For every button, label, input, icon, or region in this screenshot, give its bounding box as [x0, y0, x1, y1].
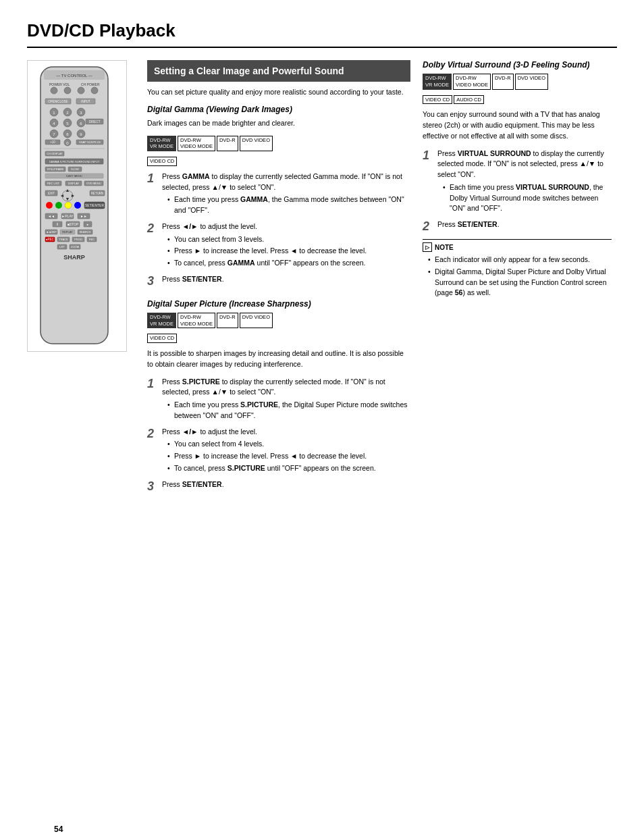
- note-icon: ▷: [423, 242, 432, 252]
- svg-point-5: [51, 87, 57, 94]
- digital-super-step3: 3 Press SET/ENTER.: [147, 479, 410, 492]
- dolby-intro: You can enjoy surround sound with a TV t…: [423, 109, 612, 141]
- compat-tag-dvdrw-vr3: DVD-RWVR MODE: [423, 74, 452, 90]
- digital-super-compat: DVD-RWVR MODE DVD-RWVIDEO MODE DVD-R DVD…: [147, 313, 410, 329]
- compat-tag-dvdr2: DVD-R: [217, 313, 238, 329]
- svg-text:►PLAY: ►PLAY: [61, 214, 74, 218]
- digital-super-step1: 1 Press S.PICTURE to display the current…: [147, 377, 410, 423]
- dolby-step2: 2 Press SET/ENTER.: [423, 219, 612, 232]
- remote-image-column: — TV CONTROL — POWER VOL CH POWER OPEN/C…: [27, 60, 135, 496]
- svg-text:SHARP: SHARP: [63, 254, 85, 261]
- bullet-item: You can select from 4 levels.: [167, 439, 410, 450]
- compat-tag-dvdvideo2: DVD VIDEO: [240, 313, 273, 329]
- svg-text:◄◄: ◄◄: [48, 214, 55, 218]
- svg-point-66: [46, 202, 53, 209]
- digital-gamma-intro: Dark images can be made brighter and cle…: [147, 118, 410, 129]
- bullet-item: Each time you press S.PICTURE, the Digit…: [167, 400, 410, 421]
- svg-text:OPEN/CLOSE: OPEN/CLOSE: [48, 100, 68, 103]
- note-bullet: Each indicator will only appear for a fe…: [428, 255, 612, 265]
- bullet-item: You can select from 3 levels.: [167, 234, 410, 245]
- compat-tag-dvdr: DVD-R: [217, 136, 238, 152]
- dolby-compat2: VIDEO CD AUDIO CD: [423, 95, 612, 105]
- compat-tag-videocd2: VIDEO CD: [147, 334, 177, 343]
- bullet-item: To cancel, press GAMMA until "OFF" appea…: [167, 258, 410, 269]
- digital-super-heading: Digital Super Picture (Increase Sharpnes…: [147, 299, 410, 309]
- compat-tag-dvdrw-vr2: DVD-RWVR MODE: [147, 313, 176, 329]
- svg-text:SET/ENTER: SET/ENTER: [85, 203, 104, 207]
- note-bullet: Digital Gamma, Digital Super Picture and…: [428, 267, 612, 298]
- svg-point-67: [55, 202, 62, 209]
- svg-text:DVD MENU: DVD MENU: [86, 182, 101, 185]
- dolby-virtual-heading: Dolby Virtual Surround (3-D Feeling Soun…: [423, 60, 612, 70]
- svg-text:▼: ▼: [65, 197, 70, 201]
- digital-gamma-heading: Digital Gamma (Viewing Dark Images): [147, 105, 410, 114]
- svg-text:REPLAY: REPLAY: [62, 230, 73, 234]
- svg-text:II: II: [57, 222, 59, 226]
- remote-control-image: — TV CONTROL — POWER VOL CH POWER OPEN/C…: [30, 63, 118, 347]
- svg-text:SNAP SCR/PLUS: SNAP SCR/PLUS: [79, 140, 101, 144]
- compat-tag-videocd: VIDEO CD: [147, 157, 177, 166]
- compat-tag-dvdrw-video: DVD-RWVIDEO MODE: [178, 136, 215, 152]
- bullet-item: Each time you press VIRTUAL SURROUND, th…: [443, 182, 612, 214]
- svg-point-69: [74, 202, 81, 209]
- svg-text:RETURN: RETURN: [91, 192, 104, 195]
- svg-text:◄◄SKP: ◄◄SKP: [46, 230, 57, 234]
- svg-text:▲: ▲: [65, 188, 70, 192]
- svg-text:SLOW: SLOW: [71, 167, 79, 171]
- compat-tag-dvdvideo3: DVD VIDEO: [515, 74, 548, 90]
- page-number: 54: [54, 825, 63, 834]
- bullet-item: To cancel, press S.PICTURE until "OFF" a…: [167, 463, 410, 474]
- digital-super-compat2: VIDEO CD: [147, 334, 410, 343]
- svg-point-8: [91, 87, 98, 94]
- svg-text:GAMMA  S.PICTURE  SURROUND  IN: GAMMA S.PICTURE SURROUND INPUT: [49, 160, 100, 163]
- svg-text:POWER VOL: POWER VOL: [49, 82, 70, 86]
- svg-text:PROG: PROG: [74, 238, 82, 241]
- svg-text:◄: ◄: [60, 193, 65, 198]
- svg-text:CH POWER: CH POWER: [81, 82, 100, 86]
- svg-text:LRT: LRT: [59, 245, 65, 249]
- digital-gamma-compat: DVD-RWVR MODE DVD-RWVIDEO MODE DVD-R DVD…: [147, 136, 410, 152]
- svg-text:INPUT: INPUT: [81, 100, 90, 103]
- digital-gamma-step2: 2 Press ◄/► to adjust the level. You can…: [147, 221, 410, 270]
- svg-text:— TV CONTROL —: — TV CONTROL —: [56, 74, 92, 78]
- svg-text:REC LIST: REC LIST: [47, 182, 60, 185]
- svg-text:►: ►: [71, 193, 76, 198]
- svg-text:DIRECT: DIRECT: [89, 120, 101, 124]
- note-body: Each indicator will only appear for a fe…: [423, 255, 612, 298]
- page-title: DVD/CD Playback: [27, 20, 617, 48]
- svg-point-6: [64, 87, 71, 94]
- svg-text:►►: ►►: [80, 214, 87, 218]
- digital-super-intro: It is possible to sharpen images by incr…: [147, 348, 410, 370]
- compat-tag-dvdr3: DVD-R: [492, 74, 514, 90]
- digital-gamma-step1: 1 Press GAMMA to display the currently s…: [147, 172, 410, 217]
- svg-text:+10: +10: [50, 140, 55, 144]
- note-label: NOTE: [435, 244, 454, 251]
- dolby-compat1: DVD-RWVR MODE DVD-RWVIDEO MODE DVD-R DVD…: [423, 74, 612, 90]
- note-header: ▷ NOTE: [423, 242, 612, 252]
- digital-gamma-step3: 3 Press SET/ENTER.: [147, 274, 410, 287]
- compat-tag-dvdvideo: DVD VIDEO: [240, 136, 273, 152]
- main-section-heading: Setting a Clear Image and Powerful Sound: [147, 60, 410, 82]
- bullet-item: Press ► to increase the level. Press ◄ t…: [167, 246, 410, 257]
- bullet-item: Press ► to increase the level. Press ◄ t…: [167, 451, 410, 462]
- bullet-item: Each time you press GAMMA, the Gamma mod…: [167, 194, 410, 216]
- main-section-intro: You can set picture quality and enjoy mo…: [147, 87, 410, 98]
- svg-text:REC: REC: [89, 238, 95, 241]
- digital-gamma-compat2: VIDEO CD: [147, 157, 410, 166]
- compat-tag-dvdrw-video3: DVD-RWVIDEO MODE: [453, 74, 491, 90]
- svg-text:ZOOM: ZOOM: [71, 245, 79, 249]
- remote-container: — TV CONTROL — POWER VOL CH POWER OPEN/C…: [27, 60, 127, 352]
- digital-super-step2: 2 Press ◄/► to adjust the level. You can…: [147, 427, 410, 475]
- svg-text:■STOP: ■STOP: [68, 222, 79, 226]
- compat-tag-videocd3: VIDEO CD: [423, 95, 452, 105]
- svg-text:SEARCH: SEARCH: [80, 230, 91, 234]
- svg-text:►: ►: [86, 223, 89, 226]
- svg-text:EXIT: EXIT: [48, 192, 55, 195]
- compat-tag-audiocd: AUDIO CD: [454, 95, 484, 105]
- svg-text:STILLFRAME: STILLFRAME: [47, 167, 64, 171]
- svg-point-68: [65, 202, 72, 209]
- right-column: Dolby Virtual Surround (3-D Feeling Soun…: [423, 60, 612, 496]
- svg-point-7: [78, 87, 84, 94]
- compat-tag-dvdrw-vr: DVD-RWVR MODE: [147, 136, 176, 152]
- svg-text:CH DISPLAY: CH DISPLAY: [47, 152, 63, 155]
